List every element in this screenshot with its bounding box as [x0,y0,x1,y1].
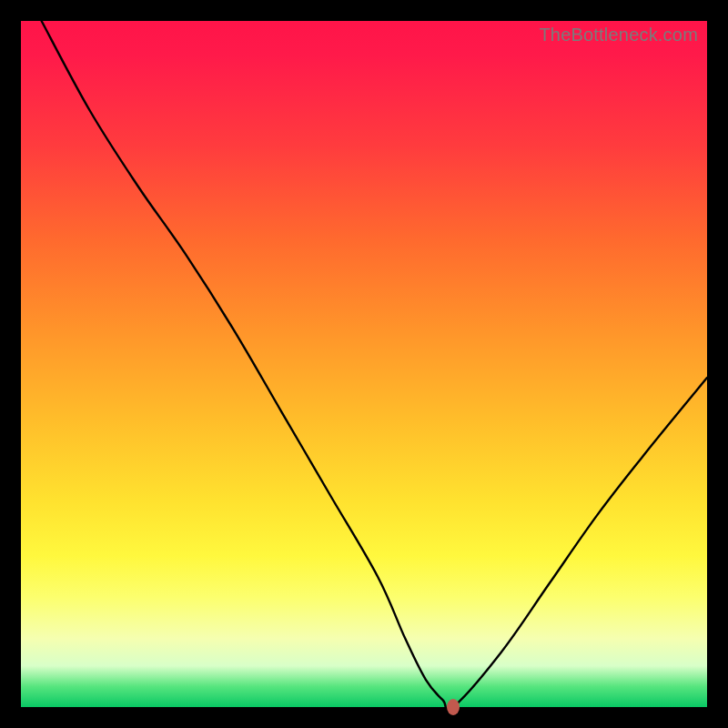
plot-area: TheBottleneck.com [21,21,707,707]
watermark-text: TheBottleneck.com [539,25,698,46]
chart-frame: TheBottleneck.com [0,0,728,728]
bottleneck-curve [21,21,707,707]
minimum-marker [447,699,460,715]
